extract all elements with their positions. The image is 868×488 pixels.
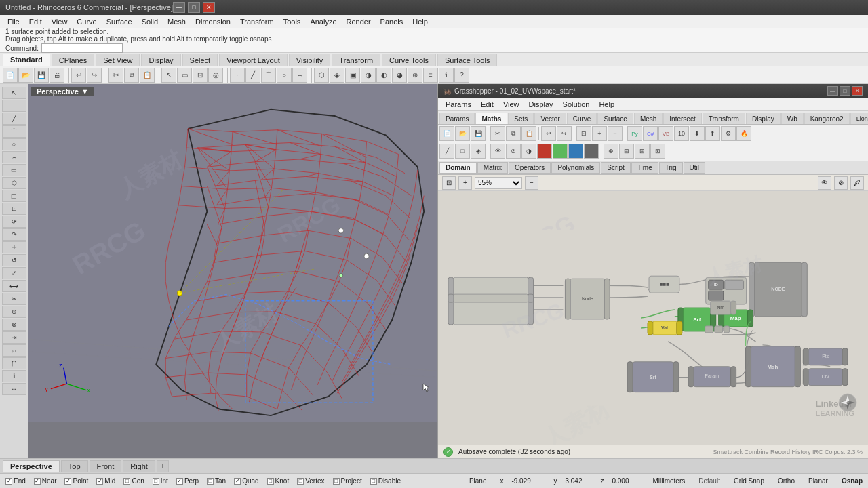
status-int[interactable]: □ Int xyxy=(153,477,168,485)
tb-render2[interactable]: ◐ xyxy=(376,68,391,83)
status-knot[interactable]: □ Knot xyxy=(267,477,290,485)
gh-tab-intersect[interactable]: Intersect xyxy=(663,113,701,124)
menu-render[interactable]: Render xyxy=(342,16,376,27)
gh-zoom-out-btn[interactable]: − xyxy=(525,176,538,190)
gh-icon-graft[interactable]: ⬆ xyxy=(705,126,720,141)
tab-display[interactable]: Display xyxy=(141,54,180,66)
tool-dim[interactable]: ↔ xyxy=(2,383,26,395)
menu-curve[interactable]: Curve xyxy=(72,16,101,27)
tb-properties[interactable]: ℹ xyxy=(439,68,454,83)
check-int[interactable]: □ xyxy=(153,478,159,485)
tool-split[interactable]: ⊗ xyxy=(2,319,26,331)
menu-edit[interactable]: Edit xyxy=(24,16,47,27)
tool-sweep[interactable]: ↷ xyxy=(2,228,26,241)
check-disable[interactable]: □ xyxy=(370,478,377,485)
tab-cplanes[interactable]: CPlanes xyxy=(52,54,95,66)
viewport-label[interactable]: Perspective ▼ xyxy=(31,87,94,96)
gh-tab-wb[interactable]: Wb xyxy=(781,113,804,124)
tb-mesh1[interactable]: ⬡ xyxy=(314,68,329,83)
check-point[interactable]: ✓ xyxy=(64,478,71,485)
tab-set-view[interactable]: Set View xyxy=(96,54,140,66)
gh-icon-param[interactable]: ◈ xyxy=(471,144,486,159)
tool-mirror[interactable]: ⟷ xyxy=(2,280,26,292)
check-cen[interactable]: □ xyxy=(123,478,130,485)
tb-line[interactable]: ╱ xyxy=(245,68,260,83)
check-mid[interactable]: ✓ xyxy=(96,478,103,485)
gh-icon-ungroup[interactable]: ⊠ xyxy=(650,144,665,159)
gh-icon-python[interactable]: Py xyxy=(627,126,642,141)
status-vertex[interactable]: □ Vertex xyxy=(297,477,324,485)
tool-select[interactable]: ↖ xyxy=(2,87,26,99)
status-ortho[interactable]: Ortho xyxy=(778,477,795,485)
gh-icon-preview-on[interactable]: 👁 xyxy=(490,144,505,159)
gh-tab-sets[interactable]: Sets xyxy=(508,113,534,124)
gh-menu-params[interactable]: Params xyxy=(441,99,476,110)
tab-standard[interactable]: Standard xyxy=(3,54,50,66)
status-tan[interactable]: □ Tan xyxy=(207,477,226,485)
status-end[interactable]: ✓ End xyxy=(5,477,26,485)
tab-select[interactable]: Select xyxy=(182,54,218,66)
gh-icon-color3[interactable] xyxy=(568,144,583,159)
menu-analyze[interactable]: Analyze xyxy=(305,16,341,27)
menu-dimension[interactable]: Dimension xyxy=(191,16,235,27)
close-button[interactable]: ✕ xyxy=(203,2,215,13)
gh-icon-paste[interactable]: 📋 xyxy=(521,126,536,141)
menu-tools[interactable]: Tools xyxy=(279,16,306,27)
tool-scale[interactable]: ⤢ xyxy=(2,267,26,279)
minimize-button[interactable]: — xyxy=(173,2,185,13)
gh-icon-bake[interactable]: 🔥 xyxy=(736,126,751,141)
gh-tab-surface[interactable]: Surface xyxy=(597,113,633,124)
tab-transform[interactable]: Transform xyxy=(332,54,380,66)
view-tab-right[interactable]: Right xyxy=(123,460,155,472)
tb-help[interactable]: ? xyxy=(454,68,469,83)
gh-tab-kangaroo[interactable]: Kangaroo2 xyxy=(804,113,850,124)
menu-help[interactable]: Help xyxy=(408,16,433,27)
status-disable[interactable]: □ Disable xyxy=(370,477,401,485)
menu-file[interactable]: File xyxy=(3,16,24,27)
menu-view[interactable]: View xyxy=(47,16,73,27)
tb-save[interactable]: 💾 xyxy=(34,68,49,83)
tool-polygon[interactable]: ⬡ xyxy=(2,177,26,189)
view-tab-perspective[interactable]: Perspective xyxy=(3,460,60,472)
gh-menu-help[interactable]: Help xyxy=(594,99,619,110)
gh-zoom-fit-btn[interactable]: ⊡ xyxy=(442,176,456,190)
tool-trim[interactable]: ✂ xyxy=(2,293,26,305)
gh-icon-component[interactable]: □ xyxy=(455,144,470,159)
tab-curve-tools[interactable]: Curve Tools xyxy=(382,54,436,66)
tb-select[interactable]: ↖ xyxy=(161,68,176,83)
gh-icon-group[interactable]: ⊞ xyxy=(635,144,650,159)
gh-icon-zoom-in[interactable]: + xyxy=(592,126,607,141)
gh-close[interactable]: ✕ xyxy=(852,86,863,96)
menu-mesh[interactable]: Mesh xyxy=(163,16,191,27)
tool-offset[interactable]: ⇥ xyxy=(2,331,26,344)
gh-cat-trig[interactable]: Trig xyxy=(659,162,683,174)
gh-icon-wire[interactable]: ╱ xyxy=(439,144,454,159)
command-input[interactable] xyxy=(41,43,123,53)
gh-cat-domain[interactable]: Domain xyxy=(439,162,477,174)
check-near[interactable]: ✓ xyxy=(34,478,41,485)
menu-solid[interactable]: Solid xyxy=(137,16,163,27)
tb-cut[interactable]: ✂ xyxy=(108,68,123,83)
tb-circle[interactable]: ○ xyxy=(277,68,292,83)
gh-icon-new[interactable]: 📄 xyxy=(439,126,454,141)
tool-rotate[interactable]: ↺ xyxy=(2,254,26,266)
view-tab-add[interactable]: + xyxy=(157,460,169,472)
tool-curve[interactable]: ⌒ xyxy=(2,125,26,138)
status-point[interactable]: ✓ Point xyxy=(64,477,88,485)
tb-undo[interactable]: ↩ xyxy=(71,68,86,83)
menu-surface[interactable]: Surface xyxy=(102,16,137,27)
tool-move[interactable]: ✛ xyxy=(2,241,26,253)
check-quad[interactable]: ✓ xyxy=(234,478,241,485)
tool-analyze[interactable]: ℹ xyxy=(2,370,26,382)
tool-fillet[interactable]: ⌕ xyxy=(2,344,26,357)
check-knot[interactable]: □ xyxy=(267,478,274,485)
gh-cat-matrix[interactable]: Matrix xyxy=(477,162,508,174)
gh-icon-undo[interactable]: ↩ xyxy=(541,126,556,141)
gh-icon-preview-off[interactable]: ⊘ xyxy=(506,144,521,159)
gh-wire-toggle[interactable]: ⊘ xyxy=(834,176,848,190)
gh-menu-view[interactable]: View xyxy=(498,99,524,110)
gh-menu-display[interactable]: Display xyxy=(524,99,558,110)
tb-point[interactable]: · xyxy=(230,68,245,83)
gh-icon-flatten[interactable]: ⬇ xyxy=(690,126,705,141)
gh-tab-display[interactable]: Display xyxy=(746,113,781,124)
